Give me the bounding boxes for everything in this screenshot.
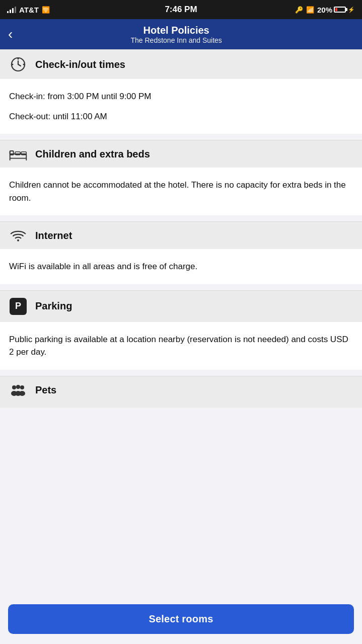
svg-point-3 — [12, 64, 14, 65]
battery-indicator: 20% ⚡ — [317, 6, 355, 14]
checkout-time-text: Check-out: until 11:00 AM — [9, 110, 353, 123]
location-icon: 🔑 — [295, 6, 303, 14]
bottom-bar: Select rooms — [0, 598, 362, 644]
page-header: ‹ Hotel Policies The Redstone Inn and Su… — [0, 19, 362, 49]
pets-section-header: Pets — [0, 376, 362, 408]
parking-section-title: Parking — [35, 300, 72, 312]
bed-icon — [9, 147, 27, 160]
internet-policy-text: WiFi is available in all areas and is fr… — [9, 260, 353, 273]
back-button[interactable]: ‹ — [8, 25, 17, 43]
parking-section-body: Public parking is available at a locatio… — [0, 322, 362, 370]
clock-icon — [9, 57, 27, 72]
time-label: 7:46 PM — [165, 5, 197, 15]
header-text-block: Hotel Policies The Redstone Inn and Suit… — [17, 25, 336, 44]
checkin-section-title: Check-in/out times — [35, 59, 125, 70]
svg-point-4 — [23, 64, 25, 65]
parking-policy-text: Public parking is available at a locatio… — [9, 333, 353, 359]
svg-point-5 — [18, 58, 19, 60]
pets-section-title: Pets — [35, 384, 56, 396]
battery-bolt-icon: ⚡ — [348, 7, 355, 13]
battery-icon — [334, 7, 346, 13]
parking-p-box: P — [10, 298, 27, 315]
checkin-section-header: Check-in/out times — [0, 49, 362, 79]
svg-point-16 — [16, 385, 20, 389]
signal-icon — [7, 6, 16, 13]
children-section-header: Children and extra beds — [0, 140, 362, 168]
select-rooms-button[interactable]: Select rooms — [8, 604, 354, 634]
children-section-body: Children cannot be accommodated at the h… — [0, 168, 362, 215]
svg-point-15 — [20, 385, 24, 389]
status-left: AT&T 🛜 — [7, 6, 50, 14]
status-right: 🔑 📶 20% ⚡ — [295, 6, 355, 14]
svg-point-19 — [15, 391, 21, 396]
policy-content: Check-in/out times Check-in: from 3:00 P… — [0, 49, 362, 453]
wifi-status-icon: 🛜 — [42, 6, 50, 14]
page-title: Hotel Policies — [17, 25, 336, 36]
parking-section-header: P Parking — [0, 290, 362, 322]
children-policy-text: Children cannot be accommodated at the h… — [9, 179, 353, 204]
internet-section-title: Internet — [35, 230, 72, 242]
battery-percent-label: 20% — [317, 6, 332, 14]
checkin-section-body: Check-in: from 3:00 PM until 9:00 PM Che… — [0, 79, 362, 134]
svg-line-2 — [18, 64, 21, 66]
wifi-icon — [9, 229, 27, 242]
parking-icon: P — [9, 298, 27, 315]
children-section-title: Children and extra beds — [35, 148, 150, 160]
checkin-time-text: Check-in: from 3:00 PM until 9:00 PM — [9, 90, 353, 103]
carrier-label: AT&T — [19, 6, 39, 14]
status-bar: AT&T 🛜 7:46 PM 🔑 📶 20% ⚡ — [0, 0, 362, 19]
bluetooth-icon: 📶 — [306, 6, 314, 14]
svg-point-14 — [12, 385, 16, 389]
svg-point-13 — [17, 239, 19, 242]
internet-section-body: WiFi is available in all areas and is fr… — [0, 249, 362, 284]
hotel-name-subtitle: The Redstone Inn and Suites — [17, 36, 336, 44]
pets-icon — [9, 383, 27, 397]
internet-section-header: Internet — [0, 221, 362, 249]
